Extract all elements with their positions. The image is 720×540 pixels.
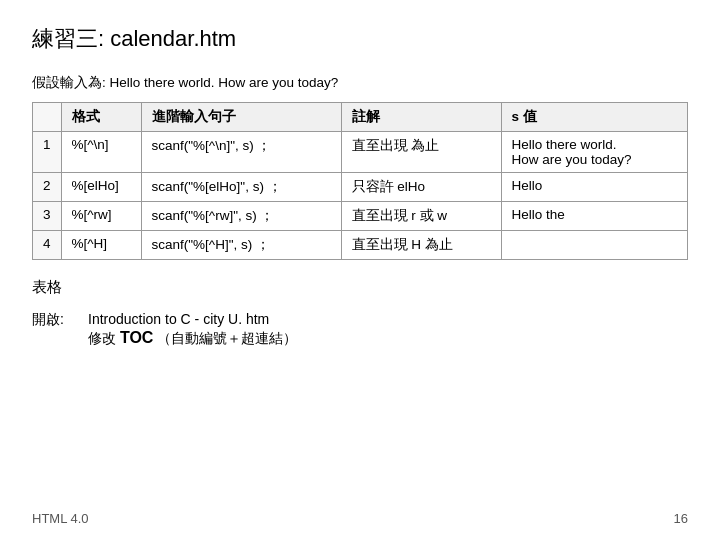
- open-line2-toc: TOC: [120, 329, 153, 346]
- open-section: 開啟: Introduction to C - city U. htm 修改 T…: [32, 311, 688, 348]
- cell-num: 3: [33, 202, 62, 231]
- col-header-scanf: 進階輸入句子: [141, 103, 341, 132]
- table-row: 1%[^\n]scanf("%[^\n]", s) ；直至出現 為止Hello …: [33, 132, 688, 173]
- cell-sval: Hello the: [501, 202, 687, 231]
- table-row: 3%[^rw]scanf("%[^rw]", s) ；直至出現 r 或 wHel…: [33, 202, 688, 231]
- cell-note: 直至出現 H 為止: [341, 231, 501, 260]
- col-header-sval: s 值: [501, 103, 687, 132]
- cell-num: 4: [33, 231, 62, 260]
- cell-scanf: scanf("%[^H]", s) ；: [141, 231, 341, 260]
- cell-num: 1: [33, 132, 62, 173]
- cell-format: %[^\n]: [61, 132, 141, 173]
- cell-note: 只容許 elHo: [341, 173, 501, 202]
- cell-note: 直至出現 為止: [341, 132, 501, 173]
- table-row: 4%[^H]scanf("%[^H]", s) ；直至出現 H 為止: [33, 231, 688, 260]
- cell-num: 2: [33, 173, 62, 202]
- open-content: Introduction to C - city U. htm 修改 TOC （…: [88, 311, 297, 348]
- cell-sval: Hello there world. How are you today?: [501, 132, 687, 173]
- cell-format: %[^rw]: [61, 202, 141, 231]
- cell-sval: [501, 231, 687, 260]
- cell-format: %[^H]: [61, 231, 141, 260]
- open-line2-prefix: 修改: [88, 330, 116, 346]
- col-header-format: 格式: [61, 103, 141, 132]
- footer-left: HTML 4.0: [32, 511, 89, 526]
- table-row: 2%[elHo]scanf("%[elHo]", s) ；只容許 elHoHel…: [33, 173, 688, 202]
- open-line2: 修改 TOC （自動編號＋超連結）: [88, 329, 297, 348]
- cell-format: %[elHo]: [61, 173, 141, 202]
- cell-scanf: scanf("%[elHo]", s) ；: [141, 173, 341, 202]
- open-label: 開啟:: [32, 311, 80, 348]
- cell-note: 直至出現 r 或 w: [341, 202, 501, 231]
- footer-right: 16: [674, 511, 688, 526]
- col-header-num: [33, 103, 62, 132]
- main-table-wrapper: 格式 進階輸入句子 註解 s 值 1%[^\n]scanf("%[^\n]", …: [32, 102, 688, 260]
- open-line2-suffix: （自動編號＋超連結）: [157, 330, 297, 346]
- col-header-note: 註解: [341, 103, 501, 132]
- page-title: 練習三: calendar.htm: [32, 24, 688, 54]
- section-label: 表格: [32, 278, 688, 297]
- cell-sval: Hello: [501, 173, 687, 202]
- cell-scanf: scanf("%[^\n]", s) ；: [141, 132, 341, 173]
- cell-scanf: scanf("%[^rw]", s) ；: [141, 202, 341, 231]
- scanf-table: 格式 進階輸入句子 註解 s 值 1%[^\n]scanf("%[^\n]", …: [32, 102, 688, 260]
- subtitle: 假設輸入為: Hello there world. How are you to…: [32, 74, 688, 92]
- open-line1: Introduction to C - city U. htm: [88, 311, 297, 327]
- footer: HTML 4.0 16: [32, 511, 688, 526]
